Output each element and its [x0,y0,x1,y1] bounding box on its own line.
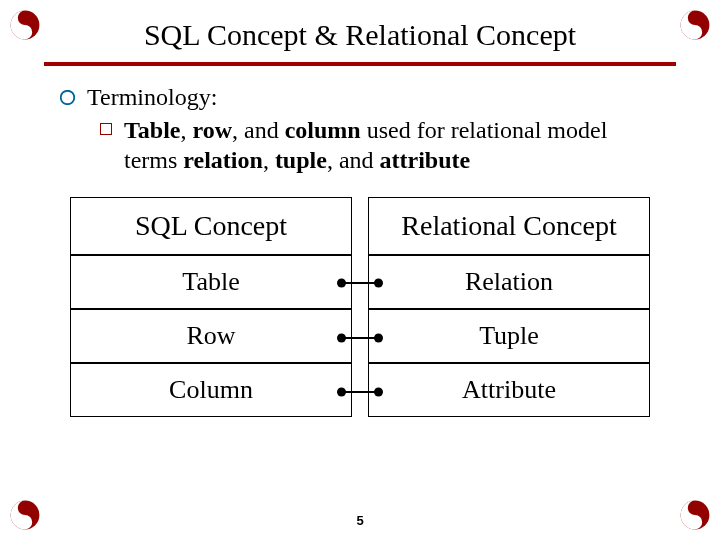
cell-relational: Tuple [368,309,650,363]
svg-point-10 [693,506,697,510]
svg-point-4 [693,16,697,20]
slide-title: SQL Concept & Relational Concept [0,18,720,52]
terminology-label: Terminology: [87,84,217,111]
square-bullet-icon [100,123,112,135]
concept-mapping-table: SQL Concept Relational Concept Table Rel… [54,197,666,417]
svg-point-2 [23,30,27,34]
table-row: Column Attribute [70,363,650,417]
circle-bullet-icon [60,90,75,105]
connector-icon [341,391,379,393]
svg-point-5 [693,30,697,34]
cell-relational: Relation [368,255,650,309]
cell-sql: Row [70,309,352,363]
svg-point-12 [61,91,75,105]
cell-sql: Table [70,255,352,309]
svg-point-11 [693,520,697,524]
slide-body: Terminology: Table, row, and column used… [0,66,720,175]
connector-icon [341,282,379,284]
svg-point-8 [23,520,27,524]
svg-point-7 [23,506,27,510]
connector-icon [341,337,379,339]
bullet-level1: Terminology: [60,84,660,111]
cell-sql: Column [70,363,352,417]
relational-concept-header: Relational Concept [368,197,650,255]
terminology-text: Table, row, and column used for relation… [124,115,660,175]
yinyang-icon [10,10,40,40]
table-row: SQL Concept Relational Concept [70,197,650,255]
yinyang-icon [10,500,40,530]
cell-relational: Attribute [368,363,650,417]
yinyang-icon [680,10,710,40]
sql-concept-header: SQL Concept [70,197,352,255]
page-number: 5 [356,513,363,528]
yinyang-icon [680,500,710,530]
svg-point-1 [23,16,27,20]
bullet-level2: Table, row, and column used for relation… [100,115,660,175]
table-row: Row Tuple [70,309,650,363]
